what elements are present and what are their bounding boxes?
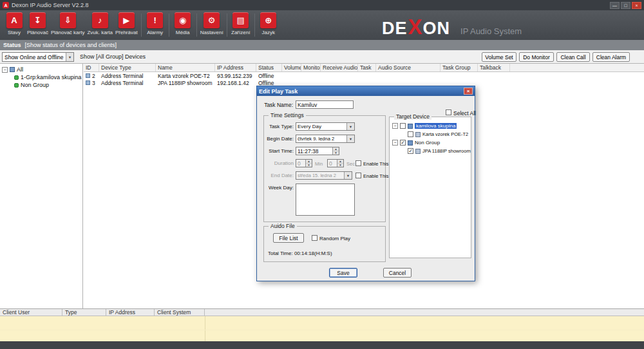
column-header-volume[interactable]: Volume <box>282 64 301 71</box>
clean-call-button[interactable]: Clean Call <box>556 52 590 62</box>
duration-sec-spinner[interactable]: 0 ▲ ▼ <box>327 159 344 167</box>
logo-x: X <box>408 15 422 39</box>
file-list-button[interactable]: File List <box>273 233 304 243</box>
alarm-icon: ! <box>147 12 163 28</box>
toolbar-button-jazyk[interactable]: ⊕ Jazyk <box>258 12 279 35</box>
chevron-down-icon[interactable]: ▼ <box>346 135 354 142</box>
toolbar-button-planovac-karty[interactable]: ⇩ Plánovač karty <box>51 12 84 35</box>
do-monitor-button[interactable]: Do Monitor <box>519 52 554 62</box>
toolbar-button-nastaveni[interactable]: ⚙ Nastavení <box>200 12 223 35</box>
column-header-monitor[interactable]: Monitor <box>301 64 321 71</box>
collapse-icon[interactable]: − <box>2 67 8 73</box>
column-header-id[interactable]: ID <box>84 64 99 71</box>
target-tree-item-device[interactable]: Karta vzorek POE-T2 <box>408 131 468 138</box>
minimize-button[interactable]: — <box>610 2 620 9</box>
devices-scope-label: Show [All Group] Devices <box>80 53 146 60</box>
duration-enable-checkbox[interactable] <box>355 160 361 166</box>
status-strip-subtitle: [Show status of devices and clients] <box>25 42 117 48</box>
random-play-label: Random Play <box>319 236 350 241</box>
spin-down-icon[interactable]: ▼ <box>333 151 339 155</box>
online-filter-dropdown[interactable]: Show Online and Offline ▼ <box>2 52 74 62</box>
week-day-listbox[interactable] <box>296 184 355 216</box>
app-window: A Dexon IP Audio Server V2.2.8 — □ × A S… <box>0 0 644 349</box>
toolbar-button-planovac[interactable]: ↧ Plánovač <box>27 12 48 35</box>
start-time-spinner[interactable]: 11:27:38 ▲ ▼ <box>296 147 339 155</box>
tree-checkbox[interactable] <box>400 123 406 129</box>
collapse-icon[interactable]: − <box>392 123 398 129</box>
tree-item-label: kamilova skupina <box>415 123 457 129</box>
column-header-ip[interactable]: IP Address <box>215 64 256 71</box>
column-header-receive-audio[interactable]: Receive Audio <box>321 64 358 71</box>
cell-device-type: Address Terminal <box>99 73 156 79</box>
save-button[interactable]: Save <box>329 268 357 278</box>
toolbar-button-stavy[interactable]: A Stavy <box>4 12 24 35</box>
toolbar-separator <box>227 14 227 37</box>
cancel-button[interactable]: Cancel <box>383 268 412 278</box>
language-globe-icon: ⊕ <box>260 12 276 28</box>
column-header-client-type[interactable]: Type <box>62 309 106 316</box>
dialog-title-bar[interactable]: Edit Play Task × <box>257 86 475 96</box>
column-header-name[interactable]: Name <box>156 64 215 71</box>
dialog-close-icon[interactable]: × <box>464 88 473 95</box>
status-strip: Status [Show status of devices and clien… <box>0 40 644 50</box>
window-title: Dexon IP Audio Server V2.2.8 <box>12 2 609 8</box>
start-time-label: Start Time: <box>264 148 294 154</box>
tree-item-group-1[interactable]: 1-Grp:kamilova skupina <box>0 73 82 81</box>
spinner-arrows: ▲ ▼ <box>337 160 343 167</box>
toolbar-separator <box>196 14 197 37</box>
toolbar-button-alarmy[interactable]: ! Alarmy <box>145 12 166 35</box>
end-date-label: End Date: <box>264 173 294 178</box>
task-type-dropdown[interactable]: Every Day ▼ <box>296 122 355 131</box>
column-header-client-system[interactable]: Client System <box>155 309 205 316</box>
column-header-task-group[interactable]: Task Group <box>440 64 478 71</box>
table-row[interactable]: 2 Address Terminal Karta vzorek POE-T2 9… <box>84 72 644 79</box>
column-header-audio-source[interactable]: Audio Source <box>376 64 440 71</box>
client-table-body <box>0 316 644 341</box>
tree-checkbox[interactable] <box>408 131 413 137</box>
target-device-group: Target Device − kamilova skupina Karta v… <box>389 117 471 258</box>
tree-item-all[interactable]: − All <box>0 66 82 73</box>
tree-checkbox-checked[interactable]: ✓ <box>400 140 406 146</box>
duration-min-spinner[interactable]: 0 ▲ ▼ <box>296 159 312 167</box>
task-name-input[interactable] <box>296 100 354 109</box>
group-legend: Time Settings <box>269 112 306 118</box>
cell-id: 2 <box>84 73 99 79</box>
end-date-enable-checkbox[interactable] <box>355 173 361 178</box>
column-header-task[interactable]: Task <box>358 64 376 71</box>
toolbar-button-media[interactable]: ◉ Média <box>173 12 193 35</box>
select-all-checkbox[interactable] <box>446 109 451 115</box>
column-header-client-ip[interactable]: IP Address <box>106 309 155 316</box>
status-icon: A <box>6 12 23 28</box>
brand-logo: DE X ON IP Audio System <box>382 15 522 39</box>
column-header-client-user[interactable]: Client User <box>0 309 62 316</box>
end-date-picker[interactable]: středa 15. ledna 2 ▼ <box>296 171 352 180</box>
target-tree-item-group[interactable]: − kamilova skupina <box>392 122 457 129</box>
collapse-icon[interactable]: − <box>392 140 398 146</box>
device-table-header: ID Device Type Name IP Address Status Vo… <box>84 64 644 72</box>
column-header-status[interactable]: Status <box>256 64 282 71</box>
spinner-arrows[interactable]: ▲ ▼ <box>332 147 339 155</box>
column-header-talkback[interactable]: Talkback <box>478 64 510 71</box>
column-header-device-type[interactable]: Device Type <box>99 64 156 71</box>
clean-alarm-button[interactable]: Clean Alarm <box>592 52 630 62</box>
volume-set-button[interactable]: Volume Set <box>482 52 516 62</box>
target-tree-item-group[interactable]: − ✓ Non Group <box>392 139 440 146</box>
toolbar-button-zvuk-karta[interactable]: ♪ Zvuk. karta <box>87 12 113 35</box>
chevron-down-icon[interactable]: ▼ <box>346 123 354 130</box>
toolbar-label: Plánovač <box>27 30 48 35</box>
chevron-down-icon[interactable]: ▼ <box>66 53 73 61</box>
maximize-button[interactable]: □ <box>621 2 630 9</box>
toolbar-button-prehravat[interactable]: ▶ Přehrávat <box>115 12 138 35</box>
random-play-checkbox[interactable] <box>312 235 317 241</box>
tree-item-non-group[interactable]: Non Group <box>0 81 82 89</box>
online-filter-value: Show Online and Offline <box>5 54 64 61</box>
toolbar-label: Jazyk <box>261 30 274 35</box>
tree-checkbox-checked[interactable]: ✓ <box>408 148 413 154</box>
tree-item-label: Non Group <box>415 140 440 146</box>
toolbar-button-zarizeni[interactable]: ▤ Zařízení <box>231 12 251 35</box>
toolbar-separator <box>254 14 255 37</box>
begin-date-picker[interactable]: čtvrtek 9. ledna 2 ▼ <box>296 135 355 143</box>
media-icon: ◉ <box>175 12 191 28</box>
target-tree-item-device[interactable]: ✓ JPA 1188IP showroom <box>408 147 471 155</box>
close-button[interactable]: × <box>632 2 641 9</box>
